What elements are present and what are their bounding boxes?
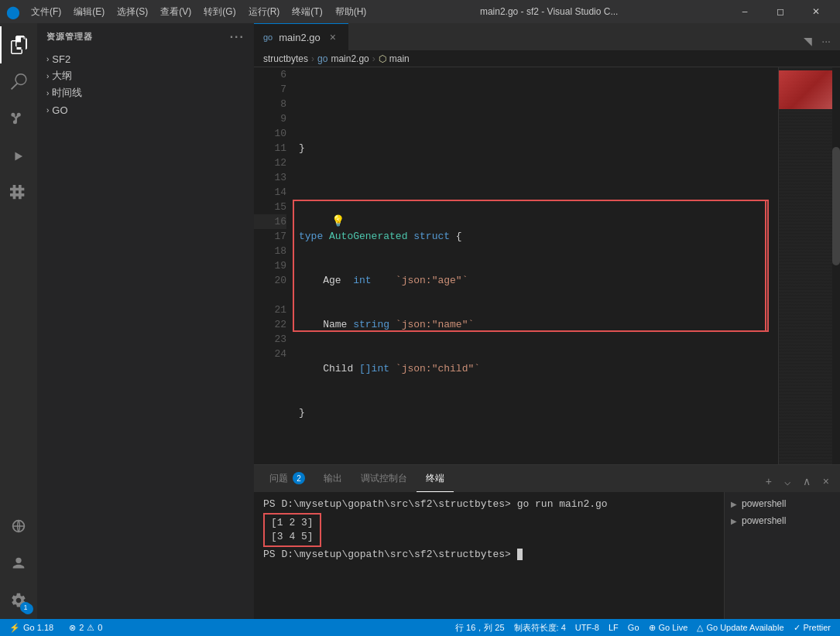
panel-tab-debug-console[interactable]: 调试控制台: [351, 465, 417, 492]
status-eol[interactable]: LF: [605, 622, 622, 634]
menu-file[interactable]: 文件(F): [26, 5, 66, 19]
tab-label: main2.go: [279, 32, 320, 43]
output-label: 输出: [324, 472, 342, 485]
panel-tab-terminal[interactable]: 终端: [417, 465, 454, 492]
sidebar-header: 资源管理器 ···: [37, 23, 254, 50]
prettier-icon: ✓: [794, 623, 801, 633]
tab-close-button[interactable]: ×: [327, 31, 339, 43]
close-panel-button[interactable]: ×: [818, 474, 834, 489]
status-cursor-pos[interactable]: 行 16，列 25: [452, 622, 508, 634]
lightbulb-icon[interactable]: 💡: [331, 214, 345, 229]
sidebar-item-outline[interactable]: › 大纲: [37, 67, 254, 84]
status-prettier[interactable]: ✓ Prettier: [790, 622, 834, 634]
split-editor-button[interactable]: ◥: [801, 32, 815, 50]
ps-arrow-icon-1: ▶: [731, 500, 737, 508]
menu-select[interactable]: 选择(S): [112, 5, 153, 19]
breadcrumb-structbytes[interactable]: structbytes: [263, 53, 308, 64]
remote-activity-icon[interactable]: [0, 508, 37, 545]
encoding-text: UTF-8: [575, 623, 599, 632]
menu-bar[interactable]: 文件(F) 编辑(E) 选择(S) 查看(V) 转到(G) 运行(R) 终端(T…: [26, 5, 371, 19]
scrollbar-thumb[interactable]: [832, 147, 840, 266]
eol-text: LF: [609, 623, 619, 632]
output-highlight-box: [1 2 3] [3 4 5]: [263, 513, 321, 547]
window-title: main2.go - sf2 - Visual Studio C...: [377, 6, 721, 17]
sidebar-title: 资源管理器: [46, 31, 94, 43]
vertical-scrollbar[interactable]: [832, 67, 840, 464]
status-go-live[interactable]: ⊕ Go Live: [646, 622, 691, 634]
menu-goto[interactable]: 转到(G): [199, 5, 240, 19]
activity-bar: 1: [0, 23, 37, 619]
more-actions-button[interactable]: ···: [818, 32, 834, 50]
powershell-list: ▶ powershell ▶ powershell: [724, 492, 840, 619]
status-errors[interactable]: ⊗ 2 ⚠ 0: [66, 623, 105, 633]
go-live-icon: ⊕: [649, 623, 656, 633]
menu-terminal[interactable]: 终端(T): [287, 5, 327, 19]
sidebar-menu-button[interactable]: ···: [230, 30, 245, 44]
breadcrumb-main[interactable]: ⬡ main: [379, 53, 410, 64]
code-line-7: [299, 185, 772, 200]
extensions-activity-icon[interactable]: [0, 175, 37, 212]
code-line-12: }: [299, 405, 772, 420]
menu-view[interactable]: 查看(V): [156, 5, 196, 19]
breadcrumb: structbytes › go main2.go › ⬡ main: [254, 50, 840, 67]
code-editor[interactable]: 6 7 8 9 10 11 12 13 14 15 16 17 18 19 20: [254, 67, 840, 464]
account-activity-icon[interactable]: [0, 545, 37, 582]
editor-area: go main2.go × ◥ ··· structbytes › go mai…: [254, 23, 840, 619]
sidebar-item-timeline[interactable]: › 时间线: [37, 84, 254, 101]
new-terminal-button[interactable]: +: [761, 474, 777, 489]
panel-tab-output[interactable]: 输出: [314, 465, 351, 492]
tab-actions: ◥ ···: [794, 32, 840, 50]
status-tab-size[interactable]: 制表符长度: 4: [511, 622, 569, 634]
breadcrumb-main2go[interactable]: go main2.go: [317, 53, 369, 64]
sidebar: 资源管理器 ··· › SF2 › 大纲 › 时间线 › GO: [37, 23, 254, 619]
split-terminal-button[interactable]: ⌵: [780, 474, 795, 489]
source-control-activity-icon[interactable]: [0, 101, 37, 138]
code-line-10: Name string `json:"name"`: [299, 317, 772, 332]
main-layout: 1 资源管理器 ··· › SF2 › 大纲 › 时间线 › GO go: [0, 23, 840, 619]
code-content[interactable]: } type AutoGenerated struct { Age int `j…: [293, 67, 778, 464]
explorer-activity-icon[interactable]: [0, 26, 37, 63]
status-go-update[interactable]: △ Go Update Available: [694, 622, 787, 634]
go-update-icon: △: [697, 623, 703, 633]
run-activity-icon[interactable]: [0, 138, 37, 175]
panel-tab-problems[interactable]: 问题 2: [260, 465, 314, 492]
powershell-item-2[interactable]: ▶ powershell: [725, 512, 840, 529]
red-box-highlight: [293, 200, 766, 332]
problems-badge: 2: [293, 472, 305, 484]
warning-count: 0: [98, 623, 102, 632]
search-activity-icon[interactable]: [0, 63, 37, 101]
panel-tabs: 问题 2 输出 调试控制台 终端 + ⌵ ∧: [254, 465, 840, 492]
tab-main2go[interactable]: go main2.go ×: [254, 23, 348, 50]
status-go-version[interactable]: ⚡ Go 1.18: [6, 623, 57, 633]
panel: 问题 2 输出 调试控制台 终端 + ⌵ ∧: [254, 464, 840, 619]
menu-edit[interactable]: 编辑(E): [69, 5, 109, 19]
maximize-panel-button[interactable]: ∧: [798, 474, 815, 489]
function-breadcrumb-icon: ⬡: [379, 53, 386, 64]
powershell-item-1[interactable]: ▶ powershell: [725, 495, 840, 512]
terminal-output-block: [1 2 3] [3 4 5]: [263, 513, 715, 549]
minimap-preview: [778, 70, 840, 109]
status-encoding[interactable]: UTF-8: [572, 622, 602, 634]
timeline-arrow-icon: ›: [46, 89, 49, 97]
minimize-button[interactable]: –: [727, 0, 763, 23]
terminal-area[interactable]: PS D:\mysetup\gopath\src\sf2\structbytes…: [254, 492, 724, 619]
terminal-cursor: [517, 549, 523, 560]
error-icon: ⊗: [69, 623, 76, 633]
status-language[interactable]: Go: [625, 622, 643, 634]
menu-help[interactable]: 帮助(H): [331, 5, 372, 19]
problems-label: 问题: [269, 472, 288, 485]
tab-bar: go main2.go × ◥ ···: [254, 23, 840, 50]
settings-activity-icon[interactable]: 1: [0, 582, 37, 619]
maximize-button[interactable]: ◻: [763, 0, 798, 23]
sidebar-item-go-label: GO: [52, 104, 67, 116]
sidebar-item-go[interactable]: › GO: [37, 101, 254, 118]
terminal-command: PS D:\mysetup\gopath\src\sf2\structbytes…: [263, 498, 715, 510]
code-line-9: Age int `json:"age"`: [299, 273, 772, 288]
sidebar-item-sf2[interactable]: › SF2: [37, 50, 254, 67]
menu-run[interactable]: 运行(R): [244, 5, 285, 19]
ps-label-2: powershell: [742, 515, 786, 526]
window-controls[interactable]: – ◻ ✕: [727, 0, 834, 23]
close-button[interactable]: ✕: [798, 0, 834, 23]
ps-label-1: powershell: [742, 498, 786, 509]
code-line-6: }: [299, 141, 772, 156]
